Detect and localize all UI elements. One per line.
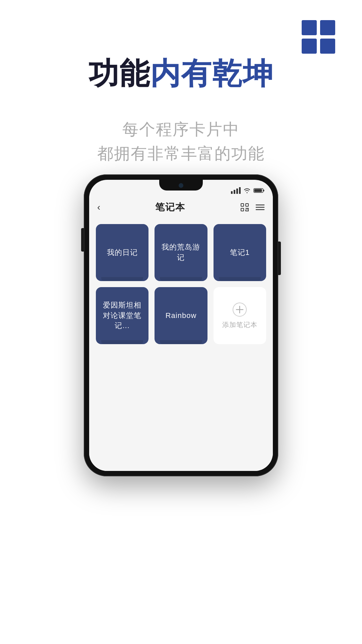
- subtitle-line2: 都拥有非常丰富的功能: [0, 142, 362, 166]
- notebook-name-1: 我的日记: [107, 248, 138, 258]
- wifi-icon: [243, 187, 251, 194]
- headline: 功能内有乾坤: [0, 57, 362, 90]
- phone-screen: ‹ 笔记本: [89, 180, 273, 471]
- notebook-name-4: 爱因斯坦相对论课堂笔记...: [101, 300, 143, 331]
- svg-rect-1: [263, 190, 264, 192]
- svg-rect-2: [254, 189, 262, 192]
- headline-black: 功能: [88, 57, 150, 90]
- app-bar: ‹ 笔记本: [89, 197, 273, 218]
- notebook-name-2: 我的荒岛游记: [160, 242, 202, 263]
- back-button[interactable]: ‹: [97, 202, 100, 213]
- phone-mockup: ‹ 笔记本: [84, 174, 278, 476]
- add-notebook-label: 添加笔记本: [222, 320, 257, 329]
- grid-cell-2: [320, 20, 335, 35]
- subtitle: 每个程序卡片中 都拥有非常丰富的功能: [0, 117, 362, 166]
- phone-notch: [159, 180, 203, 191]
- notebook-card-3[interactable]: 笔记1: [214, 224, 266, 281]
- camera-icon: [179, 183, 183, 188]
- add-icon: [232, 302, 247, 317]
- app-bar-title: 笔记本: [155, 201, 185, 214]
- scan-icon[interactable]: [240, 203, 249, 212]
- notebook-card-5[interactable]: Rainbow: [155, 287, 207, 344]
- battery-icon: [253, 187, 265, 194]
- notebook-name-3: 笔记1: [230, 248, 250, 258]
- grid-cell-3: [302, 39, 317, 54]
- phone-outer: ‹ 笔记本: [84, 174, 278, 476]
- notebook-card-4[interactable]: 爱因斯坦相对论课堂笔记...: [96, 287, 148, 344]
- app-logo: [302, 20, 335, 54]
- subtitle-line1: 每个程序卡片中: [0, 117, 362, 142]
- add-notebook-card[interactable]: 添加笔记本: [214, 287, 266, 344]
- svg-rect-4: [241, 208, 244, 211]
- signal-icon: [231, 187, 241, 194]
- grid-cell-1: [302, 20, 317, 35]
- grid-cell-4: [320, 39, 335, 54]
- headline-blue: 内有乾坤: [150, 57, 274, 90]
- menu-icon[interactable]: [255, 204, 265, 211]
- screen-bottom: [89, 377, 273, 471]
- app-bar-actions: [240, 203, 265, 212]
- notebook-card-2[interactable]: 我的荒岛游记: [155, 224, 207, 281]
- notebook-name-5: Rainbow: [166, 311, 197, 321]
- svg-rect-3: [241, 204, 244, 206]
- status-icons: [231, 187, 265, 194]
- grid-icon: [302, 20, 335, 54]
- notebook-card-1[interactable]: 我的日记: [96, 224, 148, 281]
- svg-rect-5: [246, 204, 248, 206]
